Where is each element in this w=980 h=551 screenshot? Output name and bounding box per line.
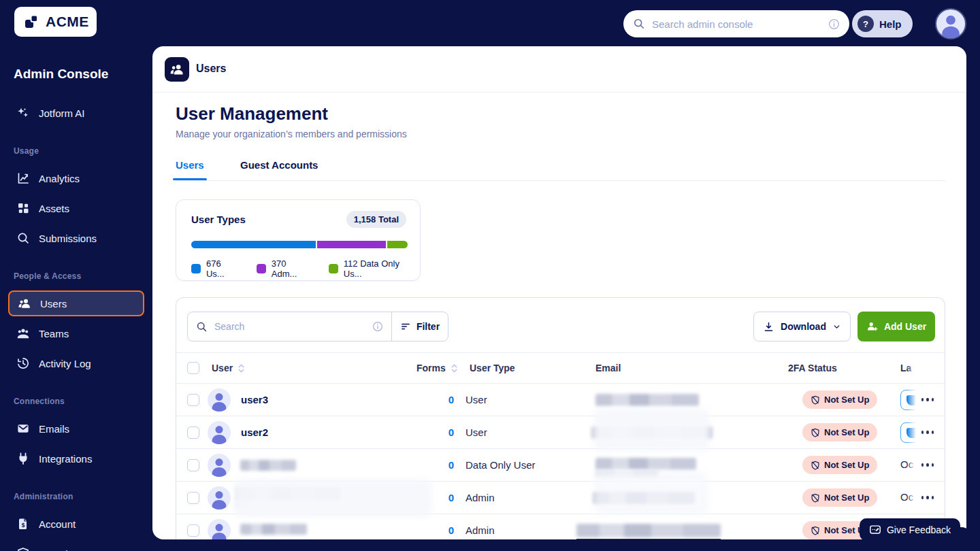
sidebar-item-label: Jotform AI — [39, 107, 85, 119]
legend-label: 370 Adm... — [272, 258, 314, 279]
email-redacted — [595, 458, 696, 470]
row-actions-menu-button[interactable] — [917, 393, 938, 407]
user-type-value: Admin — [466, 524, 495, 536]
user-type-value: Admin — [466, 492, 495, 503]
global-search-placeholder: Search admin console — [652, 18, 821, 30]
chevron-down-icon — [832, 322, 841, 331]
sidebar-item-account[interactable]: $ Account — [8, 511, 144, 537]
filter-button[interactable]: Filter — [392, 312, 448, 341]
row-checkbox[interactable] — [187, 427, 199, 439]
logo-text: ACME — [46, 14, 89, 30]
user-name-redacted — [240, 524, 307, 535]
sort-icon — [450, 363, 459, 373]
column-header-user[interactable]: User — [212, 363, 246, 373]
forms-count-link[interactable]: 0 — [435, 459, 454, 471]
filter-label: Filter — [416, 321, 440, 332]
person-icon — [208, 454, 231, 477]
download-label: Download — [781, 321, 826, 332]
question-icon: ? — [858, 16, 874, 32]
sparkles-icon — [16, 106, 30, 120]
page-header: Users — [152, 46, 966, 93]
user-name: user2 — [241, 427, 268, 438]
table-search-input[interactable]: Search — [188, 321, 391, 333]
users-breadcrumb-icon — [165, 57, 189, 82]
bar-segment-data-only — [387, 241, 408, 248]
row-avatar — [208, 454, 231, 477]
sidebar-item-jotform-ai[interactable]: Jotform AI — [8, 100, 144, 126]
global-search-input[interactable]: Search admin console — [623, 10, 849, 37]
sidebar-item-teams[interactable]: Teams — [8, 320, 144, 346]
legend-label: 112 Data Only Us... — [344, 258, 420, 279]
sidebar-item-security[interactable]: Security — [8, 541, 144, 551]
clock-history-icon — [16, 356, 30, 370]
person-icon — [936, 8, 965, 39]
select-all-checkbox[interactable] — [187, 362, 199, 374]
row-checkbox[interactable] — [187, 394, 199, 406]
sidebar-item-label: Assets — [39, 203, 69, 214]
twofa-status-label: Not Set Up — [824, 427, 869, 437]
row-avatar — [208, 486, 231, 510]
forms-count-link[interactable]: 0 — [435, 427, 454, 438]
forms-count-link[interactable]: 0 — [435, 524, 454, 536]
download-button[interactable]: Download — [753, 312, 851, 341]
user-types-legend: 676 Us... 370 Adm... 112 Data Only Us... — [191, 258, 420, 279]
row-checkbox[interactable] — [187, 492, 199, 504]
legend-swatch-green — [329, 264, 338, 273]
sidebar-title: Admin Console — [14, 67, 108, 82]
analytics-icon — [16, 171, 30, 185]
row-checkbox[interactable] — [187, 524, 199, 537]
main-content-card: Users User Management Manage your organi… — [152, 46, 966, 539]
user-avatar-menu[interactable] — [935, 8, 966, 39]
shield-off-icon — [811, 461, 820, 470]
info-icon — [828, 18, 840, 30]
sidebar-section-administration: Administration — [14, 492, 73, 501]
sidebar-item-label: Submissions — [39, 233, 97, 244]
sidebar-item-emails[interactable]: Emails — [8, 416, 144, 441]
row-avatar — [208, 388, 231, 412]
user-type-value: User — [466, 427, 487, 438]
sidebar-item-label: Teams — [39, 328, 69, 339]
twofa-status-badge: Not Set Up — [802, 390, 877, 409]
row-actions-menu-button[interactable] — [917, 490, 938, 505]
sidebar-item-label: Users — [40, 298, 67, 310]
page-subtitle: Manage your organization’s members and p… — [176, 129, 407, 139]
sidebar-item-label: Activity Log — [39, 358, 91, 369]
sidebar-item-assets[interactable]: Assets — [8, 195, 144, 221]
user-type-value: Data Only User — [466, 459, 536, 471]
user-type-value: User — [466, 394, 487, 405]
forms-count-link[interactable]: 0 — [435, 394, 454, 405]
search-icon — [633, 18, 645, 30]
row-checkbox[interactable] — [187, 459, 199, 471]
forms-count-link[interactable]: 0 — [435, 492, 454, 503]
sidebar-item-analytics[interactable]: Analytics — [8, 165, 144, 191]
user-types-title: User Types — [191, 214, 246, 225]
sidebar-item-activity-log[interactable]: Activity Log — [8, 350, 144, 376]
person-plus-icon — [866, 320, 879, 333]
users-table: Search Filter — [176, 297, 945, 539]
user-types-card: User Types 1,158 Total 676 Us... 370 Adm… — [176, 199, 421, 281]
breadcrumb: Users — [196, 63, 226, 75]
legend-item: 370 Adm... — [257, 258, 314, 279]
sidebar-item-submissions[interactable]: Submissions — [8, 225, 144, 251]
tab-users[interactable]: Users — [176, 159, 204, 179]
row-avatar — [208, 421, 231, 444]
tabs-divider — [176, 180, 945, 181]
add-user-button[interactable]: Add User — [858, 312, 935, 341]
give-feedback-button[interactable]: Give Feedback — [860, 518, 960, 541]
shield-off-icon — [811, 428, 820, 437]
twofa-status-badge: Not Set Up — [802, 488, 877, 507]
help-button[interactable]: ? Help — [852, 10, 913, 37]
search-icon — [196, 321, 208, 333]
tab-guest-accounts[interactable]: Guest Accounts — [240, 159, 318, 179]
sidebar-item-integrations[interactable]: Integrations — [8, 446, 144, 471]
sidebar-item-users[interactable]: Users — [8, 290, 144, 316]
redaction-blob — [233, 479, 432, 517]
svg-text:$: $ — [22, 522, 25, 529]
row-actions-menu-button[interactable] — [917, 458, 938, 473]
email-redacted — [576, 524, 721, 537]
sidebar-item-label: Security — [39, 548, 76, 551]
row-actions-menu-button[interactable] — [917, 425, 938, 440]
magnifier-icon — [16, 231, 30, 245]
acme-logo[interactable]: ACME — [14, 7, 97, 37]
column-header-forms[interactable]: Forms — [416, 363, 459, 373]
